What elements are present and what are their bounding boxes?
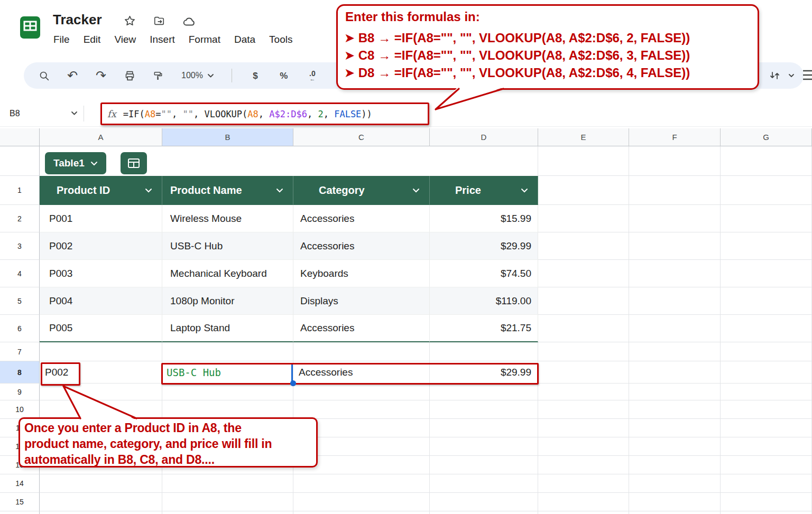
star-icon[interactable] — [124, 15, 136, 29]
cell[interactable] — [629, 176, 721, 205]
row-header[interactable] — [0, 146, 40, 176]
cell[interactable] — [430, 493, 538, 511]
cell[interactable] — [40, 400, 162, 419]
cell[interactable] — [538, 361, 629, 384]
chevron-down-icon[interactable] — [90, 161, 98, 166]
cell[interactable]: P002 — [40, 232, 162, 260]
cell[interactable] — [721, 456, 812, 474]
undo-icon[interactable]: ↶ — [62, 66, 83, 86]
cell[interactable] — [430, 342, 538, 361]
cell[interactable] — [293, 493, 430, 511]
cell-b8[interactable]: USB-C Hub — [162, 361, 293, 384]
cell[interactable] — [430, 384, 538, 400]
cell[interactable] — [629, 419, 721, 437]
cell[interactable]: $21.75 — [430, 315, 538, 342]
cell[interactable] — [538, 474, 629, 493]
cell[interactable] — [162, 474, 293, 493]
currency-format-button[interactable]: $ — [245, 66, 266, 86]
column-header-g[interactable]: G — [721, 128, 812, 146]
chevron-down-icon[interactable] — [789, 74, 794, 77]
redo-icon[interactable]: ↷ — [90, 66, 112, 86]
table-header-product-name[interactable]: Product Name — [162, 176, 293, 205]
decrease-decimal-button[interactable]: .0← — [302, 66, 323, 86]
cell[interactable] — [538, 400, 629, 419]
cell[interactable] — [430, 456, 538, 474]
cell[interactable]: 1080p Monitor — [162, 287, 293, 315]
cell[interactable] — [538, 176, 629, 205]
cell[interactable] — [293, 474, 430, 493]
cell[interactable] — [40, 493, 162, 511]
cell[interactable] — [721, 342, 812, 361]
cell[interactable]: P001 — [40, 205, 162, 232]
row-header[interactable]: 6 — [0, 315, 40, 342]
cell[interactable] — [721, 437, 812, 456]
column-header-a[interactable]: A — [40, 128, 162, 146]
cell[interactable]: Mechanical Keyboard — [162, 260, 293, 287]
cell[interactable] — [430, 474, 538, 493]
cell[interactable] — [538, 384, 629, 400]
cell-a8[interactable]: P002 — [40, 361, 162, 384]
cell[interactable] — [538, 287, 629, 315]
cell[interactable] — [293, 342, 430, 361]
cell-c8[interactable]: Accessories — [293, 361, 430, 384]
table-header-category[interactable]: Category — [293, 176, 430, 205]
cell[interactable] — [721, 474, 812, 493]
cell[interactable] — [538, 493, 629, 511]
table-header-product-id[interactable]: Product ID — [40, 176, 162, 205]
cell[interactable] — [721, 205, 812, 232]
cell[interactable] — [721, 146, 812, 176]
cell[interactable] — [721, 232, 812, 260]
table-menu-chip[interactable] — [121, 152, 147, 174]
row-header[interactable]: 7 — [0, 342, 40, 361]
column-header-e[interactable]: E — [538, 128, 629, 146]
document-title[interactable]: Tracker — [53, 12, 102, 28]
cell[interactable] — [538, 205, 629, 232]
row-header[interactable]: 10 — [0, 400, 40, 419]
fill-handle[interactable] — [290, 380, 296, 386]
chevron-down-icon[interactable] — [521, 188, 528, 193]
name-box[interactable]: B8 — [0, 100, 84, 126]
cell[interactable] — [721, 361, 812, 384]
cell[interactable]: P004 — [40, 287, 162, 315]
cell[interactable] — [629, 232, 721, 260]
row-header[interactable]: 1 — [0, 176, 40, 205]
percent-format-button[interactable]: % — [273, 66, 294, 86]
menu-item-insert[interactable]: Insert — [143, 32, 182, 48]
cell[interactable] — [538, 146, 629, 176]
cell[interactable] — [430, 437, 538, 456]
cell[interactable]: $74.50 — [430, 260, 538, 287]
cell[interactable] — [629, 474, 721, 493]
cell[interactable]: Accessories — [293, 315, 430, 342]
paint-format-icon[interactable] — [147, 66, 169, 86]
cell[interactable] — [40, 474, 162, 493]
cell[interactable] — [162, 511, 293, 514]
cell[interactable] — [721, 176, 812, 205]
cell-d8[interactable]: $29.99 — [430, 361, 538, 384]
cell[interactable] — [629, 361, 721, 384]
cell[interactable] — [721, 493, 812, 511]
print-icon[interactable] — [119, 66, 140, 86]
cell[interactable]: Keyboards — [293, 260, 430, 287]
select-all-corner[interactable] — [0, 128, 40, 146]
cell[interactable] — [40, 342, 162, 361]
cell[interactable]: P005 — [40, 315, 162, 342]
menu-item-edit[interactable]: Edit — [77, 32, 108, 48]
cell[interactable] — [721, 384, 812, 400]
table-header-price[interactable]: Price — [430, 176, 538, 205]
cell[interactable] — [629, 384, 721, 400]
column-header-d[interactable]: D — [430, 128, 538, 146]
menu-item-format[interactable]: Format — [182, 32, 227, 48]
cell[interactable]: USB-C Hub — [162, 232, 293, 260]
cell[interactable] — [538, 419, 629, 437]
row-header[interactable]: 8 — [0, 361, 40, 384]
chevron-down-icon[interactable] — [412, 188, 420, 193]
cell[interactable] — [629, 511, 721, 514]
cell[interactable] — [629, 456, 721, 474]
zoom-control[interactable]: 100% — [181, 71, 214, 80]
cell[interactable]: $119.00 — [430, 287, 538, 315]
row-header[interactable]: 2 — [0, 205, 40, 232]
cell[interactable] — [293, 384, 430, 400]
cell[interactable] — [162, 384, 293, 400]
cell[interactable]: Laptop Stand — [162, 315, 293, 342]
cell[interactable] — [629, 205, 721, 232]
